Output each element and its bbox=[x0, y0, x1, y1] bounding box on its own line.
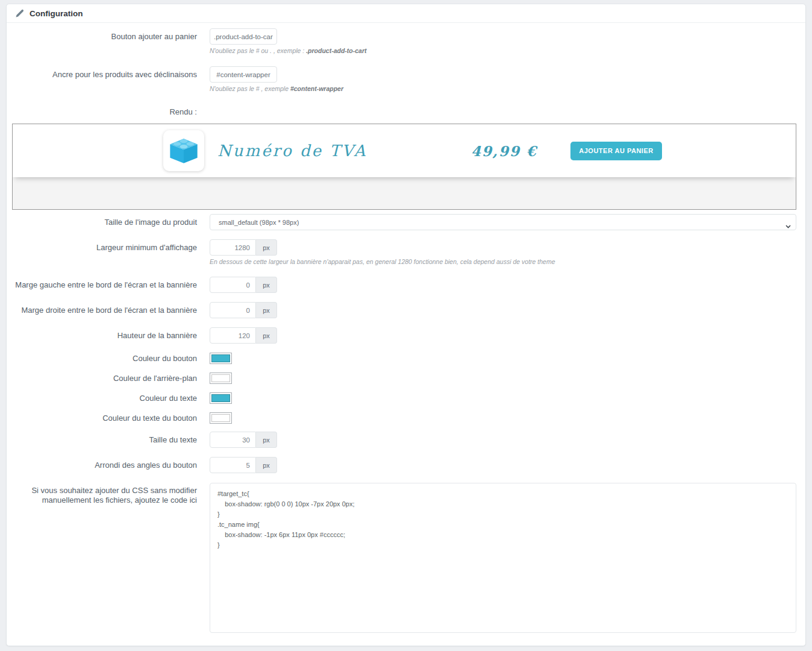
custom-css-label: Si vous souhaitez ajouter du CSS sans mo… bbox=[7, 483, 210, 505]
add-to-cart-selector-help: N'oubliez pas le # ou . , exemple : .pro… bbox=[210, 47, 367, 54]
form-row-render: Rendu : bbox=[7, 108, 805, 116]
anchor-help: N'oubliez pas le # , exemple #content-wr… bbox=[210, 85, 343, 92]
product-image bbox=[163, 130, 204, 171]
text-size-label: Taille du texte bbox=[7, 432, 210, 448]
margin-right-label: Marge droite entre le bord de l'écran et… bbox=[7, 302, 210, 318]
form-row-min-width: Largeur minimum d'affichage px En dessou… bbox=[7, 239, 805, 265]
margin-right-input[interactable] bbox=[210, 302, 256, 318]
preview-product-name: Numéro de TVA bbox=[217, 142, 367, 160]
form-row-image-size: Taille de l'image du produit small_defau… bbox=[7, 214, 805, 230]
button-radius-unit: px bbox=[256, 457, 277, 473]
panel-title: Configuration bbox=[30, 9, 83, 18]
min-width-label: Largeur minimum d'affichage bbox=[7, 239, 210, 256]
form-row-banner-height: Hauteur de la bannière px bbox=[7, 327, 805, 344]
form-row-margin-right: Marge droite entre le bord de l'écran et… bbox=[7, 302, 805, 318]
image-size-select[interactable]: small_default (98px * 98px) bbox=[210, 214, 796, 230]
button-text-color-label: Couleur du texte du bouton bbox=[7, 412, 210, 424]
background-color-label: Couleur de l'arrière-plan bbox=[7, 373, 210, 384]
text-size-input[interactable] bbox=[210, 432, 256, 448]
configuration-panel: Configuration Bouton ajouter au panier N… bbox=[6, 4, 806, 646]
form-row-margin-left: Marge gauche entre le bord de l'écran et… bbox=[7, 277, 805, 293]
button-text-color-picker[interactable] bbox=[210, 412, 232, 424]
banner-height-input[interactable] bbox=[210, 327, 256, 344]
form-row-button-color: Couleur du bouton bbox=[7, 353, 805, 364]
anchor-input[interactable] bbox=[210, 66, 277, 83]
text-color-picker[interactable] bbox=[210, 392, 232, 404]
form-row-button-radius: Arrondi des angles du bouton px bbox=[7, 457, 805, 473]
form-row-add-to-cart-selector: Bouton ajouter au panier N'oubliez pas l… bbox=[7, 28, 805, 54]
add-to-cart-selector-label: Bouton ajouter au panier bbox=[7, 28, 210, 45]
form-row-text-size: Taille du texte px bbox=[7, 432, 805, 448]
lego-brick-icon bbox=[166, 133, 201, 168]
preview-price: 49,99 € bbox=[471, 143, 537, 159]
banner-height-unit: px bbox=[256, 327, 277, 344]
margin-left-input[interactable] bbox=[210, 277, 256, 293]
button-radius-input[interactable] bbox=[210, 457, 256, 473]
form-row-text-color: Couleur du texte bbox=[7, 392, 805, 404]
min-width-unit: px bbox=[256, 239, 277, 256]
image-size-label: Taille de l'image du produit bbox=[7, 214, 210, 230]
min-width-help: En dessous de cette largeur la bannière … bbox=[210, 258, 555, 265]
pencil-icon bbox=[15, 9, 24, 18]
margin-left-label: Marge gauche entre le bord de l'écran et… bbox=[7, 277, 210, 293]
button-color-label: Couleur du bouton bbox=[7, 353, 210, 364]
panel-header: Configuration bbox=[7, 4, 805, 23]
banner-preview: Numéro de TVA 49,99 € AJOUTER AU PANIER bbox=[12, 124, 796, 210]
add-to-cart-button[interactable]: AJOUTER AU PANIER bbox=[570, 142, 662, 160]
margin-left-unit: px bbox=[256, 277, 277, 293]
text-size-unit: px bbox=[256, 432, 277, 448]
custom-css-textarea[interactable]: #target_tc{ box-shadow: rgb(0 0 0) 10px … bbox=[210, 483, 796, 633]
button-color-picker[interactable] bbox=[210, 353, 232, 364]
preview-banner-strip: Numéro de TVA 49,99 € AJOUTER AU PANIER bbox=[13, 124, 796, 177]
form-row-custom-css: Si vous souhaitez ajouter du CSS sans mo… bbox=[7, 483, 805, 633]
min-width-input[interactable] bbox=[210, 239, 256, 256]
add-to-cart-selector-input[interactable] bbox=[210, 28, 277, 45]
banner-height-label: Hauteur de la bannière bbox=[7, 327, 210, 344]
background-color-picker[interactable] bbox=[210, 373, 232, 384]
form-row-button-text-color: Couleur du texte du bouton bbox=[7, 412, 805, 424]
form-row-background-color: Couleur de l'arrière-plan bbox=[7, 373, 805, 384]
anchor-label: Ancre pour les produits avec déclinaison… bbox=[7, 66, 210, 83]
button-radius-label: Arrondi des angles du bouton bbox=[7, 457, 210, 473]
margin-right-unit: px bbox=[256, 302, 277, 318]
render-label: Rendu : bbox=[7, 108, 210, 116]
form-row-anchor: Ancre pour les produits avec déclinaison… bbox=[7, 66, 805, 92]
text-color-label: Couleur du texte bbox=[7, 392, 210, 404]
